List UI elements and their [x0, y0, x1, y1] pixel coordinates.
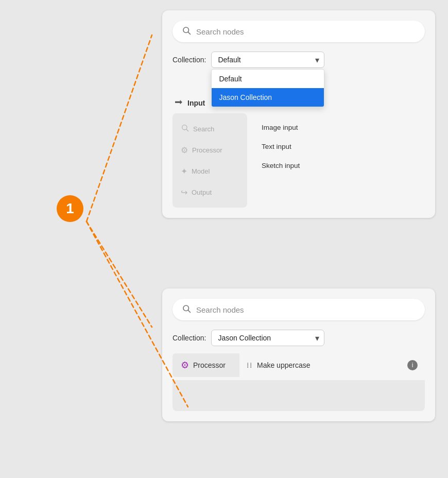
svg-line-1 [87, 221, 152, 327]
right-item-text[interactable]: Text input [255, 138, 425, 156]
make-uppercase-label: Make uppercase [257, 361, 403, 369]
dropdown-item-jason[interactable]: Jason Collection [212, 88, 324, 107]
right-item-sketch[interactable]: Sketch input [255, 157, 425, 175]
collection-row-2: Collection: Jason Collection [173, 330, 425, 346]
processor-nav-icon: ⚙ [181, 145, 188, 155]
collection-select-1[interactable]: Default [211, 52, 324, 68]
collection-dropdown-1[interactable]: Default Jason Collection [211, 69, 324, 107]
dropdown-item-default[interactable]: Default [212, 70, 324, 88]
badge-number: 1 [66, 200, 74, 217]
collection-value-2: Jason Collection [218, 334, 271, 342]
nav-item-processor[interactable]: ⚙ Processor [173, 140, 247, 160]
svg-line-0 [87, 35, 152, 221]
nav-item-output-label: Output [192, 189, 212, 196]
processor-icon-2: ⚙ [181, 360, 189, 371]
model-nav-icon: ✦ [181, 166, 187, 176]
nav-item-processor-label: Processor [192, 146, 222, 154]
grid-dots-icon: ⁞⁞ [247, 361, 253, 369]
empty-area [173, 380, 425, 411]
search-nav-icon [181, 124, 189, 134]
search-placeholder-2: Search nodes [196, 305, 244, 314]
search-placeholder-1: Search nodes [196, 27, 244, 36]
collection-select-wrapper-1[interactable]: Default Default Jason Collection [211, 52, 324, 68]
search-bar-2[interactable]: Search nodes [173, 299, 425, 320]
nav-right-1: Image input Text input Sketch input [247, 113, 425, 208]
processor-label-2: Processor [193, 361, 226, 369]
search-bar-1[interactable]: Search nodes [173, 21, 425, 42]
nav-item-search-label: Search [193, 125, 214, 133]
collection-value-1: Default [218, 56, 240, 64]
panel-1: Search nodes Collection: Default Default… [162, 10, 435, 218]
right-item-sketch-label: Sketch input [262, 162, 300, 169]
nav-item-model-label: Model [192, 167, 210, 175]
nav-item-model[interactable]: ✦ Model [173, 161, 247, 181]
right-item-image[interactable]: Image input [255, 118, 425, 136]
collection-label-1: Collection: [173, 56, 206, 64]
info-icon[interactable]: i [407, 360, 418, 370]
svg-line-6 [186, 129, 188, 131]
input-icon: ⮕ [175, 98, 183, 108]
nav-item-output[interactable]: ↪ Output [173, 182, 247, 202]
collection-select-wrapper-2[interactable]: Jason Collection [211, 330, 324, 346]
svg-line-8 [188, 310, 190, 312]
processor-section: ⚙ Processor ⁞⁞ Make uppercase i [173, 353, 425, 377]
nav-panel-1: Search ⚙ Processor ✦ Model ↪ Output [173, 113, 425, 208]
output-nav-icon: ↪ [181, 187, 187, 197]
svg-line-4 [188, 32, 190, 34]
panel-2: Search nodes Collection: Jason Collectio… [162, 288, 435, 421]
collection-label-2: Collection: [173, 334, 206, 342]
nav-item-search[interactable]: Search [173, 118, 247, 139]
step-badge: 1 [57, 195, 83, 222]
nav-left-1: Search ⚙ Processor ✦ Model ↪ Output [173, 113, 247, 208]
input-section: ⮕ Input Search ⚙ Processor [173, 98, 425, 208]
input-label: Input [187, 99, 205, 107]
right-item-text-label: Text input [262, 143, 291, 150]
search-icon-1 [182, 26, 191, 37]
collection-row-1: Collection: Default Default Jason Collec… [173, 52, 425, 68]
search-icon-2 [182, 304, 191, 315]
right-item-image-label: Image input [262, 124, 298, 131]
collection-select-2[interactable]: Jason Collection [211, 330, 324, 346]
